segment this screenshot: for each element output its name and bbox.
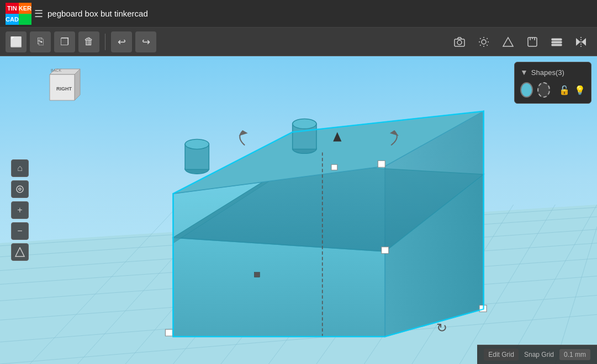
main-toolbar: ⬜ ⎘ ❐ 🗑 ↩ ↪ <box>0 28 597 56</box>
measure-icon-button[interactable] <box>522 31 543 52</box>
solid-shape-icon[interactable] <box>520 82 533 98</box>
svg-line-8 <box>487 45 487 45</box>
svg-line-9 <box>487 38 487 39</box>
shapes-icons: 🔓 💡 <box>520 82 585 98</box>
menu-icon[interactable]: ☰ <box>34 8 43 20</box>
svg-point-23 <box>19 188 21 190</box>
svg-point-1 <box>457 40 462 45</box>
snap-grid-value[interactable]: 0.1 mm <box>559 349 590 360</box>
svg-marker-26 <box>75 69 80 100</box>
light-icon-button[interactable] <box>473 31 494 52</box>
new-button[interactable]: ⬜ <box>6 31 27 52</box>
svg-rect-17 <box>552 41 562 43</box>
nav-controls: ⌂ + − <box>11 159 29 261</box>
view-cube[interactable]: RIGHT BACK <box>39 65 83 109</box>
redo-button[interactable]: ↪ <box>135 31 156 52</box>
tinkercad-logo[interactable]: TIN KER CAD <box>6 3 28 25</box>
svg-line-7 <box>480 38 480 39</box>
viewport[interactable]: ↻ ▼ Shapes(3) 🔓 💡 <box>0 56 597 364</box>
svg-marker-20 <box>582 38 586 46</box>
svg-rect-66 <box>165 329 172 336</box>
svg-rect-69 <box>378 160 385 167</box>
shapes-panel: ▼ Shapes(3) 🔓 💡 <box>514 62 591 104</box>
undo-button[interactable]: ↩ <box>111 31 132 52</box>
main-area: ⌂ + − RIGHT BACK <box>0 56 597 364</box>
svg-rect-16 <box>552 39 562 40</box>
logo-cell-cad: CAD <box>6 14 19 25</box>
svg-point-2 <box>482 40 486 44</box>
svg-rect-18 <box>552 44 562 46</box>
title-bar: ☰ pegboard box but tinkercad <box>34 8 148 20</box>
fit-button[interactable] <box>11 180 29 198</box>
snap-grid-label: Snap Grid <box>524 351 554 358</box>
edit-grid-button[interactable]: Edit Grid <box>484 349 519 361</box>
svg-text:RIGHT: RIGHT <box>56 86 72 92</box>
svg-line-10 <box>480 45 480 45</box>
svg-rect-67 <box>382 247 389 254</box>
app-header: TIN KER CAD ☰ pegboard box but tinkercad <box>0 0 597 28</box>
svg-text:↻: ↻ <box>436 321 447 335</box>
lock-icon[interactable]: 🔓 <box>559 85 570 95</box>
logo-cell-ker: KER <box>19 3 31 14</box>
shapes-chevron-icon[interactable]: ▼ <box>520 68 528 77</box>
right-toolbar <box>449 31 591 52</box>
svg-text:BACK: BACK <box>51 68 61 72</box>
svg-marker-24 <box>15 248 24 256</box>
svg-marker-52 <box>173 238 385 336</box>
eye-icon[interactable]: 💡 <box>574 85 585 95</box>
duplicate-button[interactable]: ❐ <box>54 31 75 52</box>
zoom-in-button[interactable]: + <box>11 201 29 219</box>
svg-marker-11 <box>503 38 513 46</box>
zoom-out-button[interactable]: − <box>11 222 29 240</box>
home-button[interactable]: ⌂ <box>11 159 29 177</box>
shape-icon-button[interactable] <box>498 31 519 52</box>
svg-marker-19 <box>576 38 580 46</box>
shapes-header: ▼ Shapes(3) <box>520 68 585 77</box>
hole-shape-icon[interactable] <box>537 82 550 98</box>
logo-cell-tin: TIN <box>6 3 19 14</box>
mirror-icon-button[interactable] <box>570 31 591 52</box>
delete-button[interactable]: 🗑 <box>78 31 99 52</box>
copy-button[interactable]: ⎘ <box>30 31 51 52</box>
align-icon-button[interactable] <box>546 31 567 52</box>
svg-point-61 <box>185 139 209 149</box>
svg-rect-70 <box>331 164 337 170</box>
svg-point-22 <box>17 186 23 192</box>
toolbar-separator-1 <box>105 34 105 50</box>
svg-point-64 <box>293 119 316 129</box>
camera-icon-button[interactable] <box>449 31 470 52</box>
svg-rect-71 <box>255 272 260 277</box>
project-title[interactable]: pegboard box but tinkercad <box>47 9 148 18</box>
bottom-bar: Edit Grid Snap Grid 0.1 mm <box>477 345 597 364</box>
logo-cell-blank <box>19 14 31 25</box>
shapes-panel-title: Shapes(3) <box>531 68 564 77</box>
perspective-button[interactable] <box>11 243 29 261</box>
